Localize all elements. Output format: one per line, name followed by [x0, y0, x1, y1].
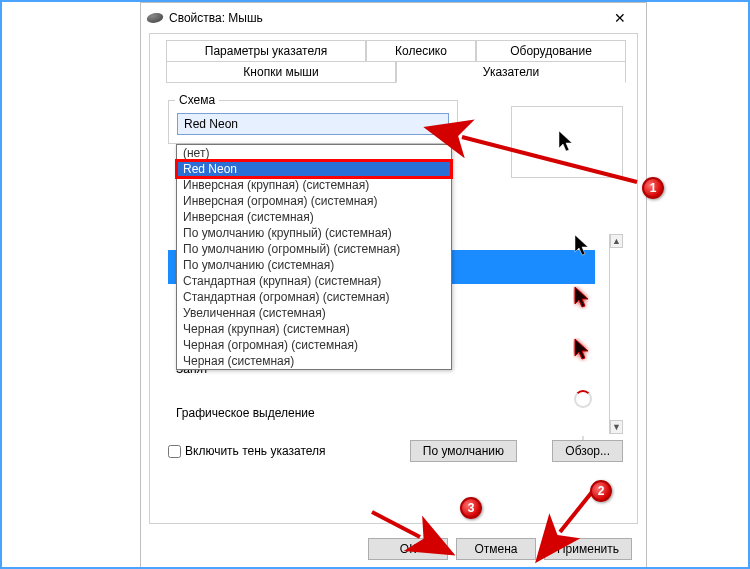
scheme-option[interactable]: Стандартная (крупная) (системная) [177, 273, 451, 289]
title-bar: Свойства: Мышь ✕ [141, 3, 646, 33]
tab-pointer-options[interactable]: Параметры указателя [166, 40, 366, 62]
browse-button[interactable]: Обзор... [552, 440, 623, 462]
dialog-button-row: ОК Отмена Применить [368, 538, 632, 560]
ok-button[interactable]: ОК [368, 538, 448, 560]
cursor-list-previews [569, 234, 597, 452]
window-title: Свойства: Мышь [169, 11, 600, 25]
callout-number: 3 [460, 497, 482, 519]
scheme-legend: Схема [175, 93, 219, 107]
tab-hardware[interactable]: Оборудование [476, 40, 626, 62]
screenshot-frame: Свойства: Мышь ✕ Параметры указателя Кол… [0, 0, 750, 569]
scheme-option[interactable]: По умолчанию (огромный) (системная) [177, 241, 451, 257]
scheme-option-selected[interactable]: Red Neon [177, 161, 451, 177]
cursor-preview-box [511, 106, 623, 178]
scheme-option[interactable]: Черная (крупная) (системная) [177, 321, 451, 337]
callout-2: 2 [590, 480, 612, 502]
tab-wheel[interactable]: Колесико [366, 40, 476, 62]
scroll-up-icon[interactable]: ▲ [610, 234, 623, 248]
cursor-list-scrollbar[interactable]: ▲ ▼ [609, 234, 623, 434]
tab-pointers[interactable]: Указатели [396, 61, 626, 83]
enable-shadow-label: Включить тень указателя [185, 444, 326, 458]
scheme-dropdown-list[interactable]: (нет) Red Neon Инверсная (крупная) (сист… [176, 144, 452, 370]
mouse-icon [145, 13, 165, 23]
enable-shadow-checkbox[interactable] [168, 445, 181, 458]
apply-button[interactable]: Применить [544, 538, 632, 560]
dialog-body: Параметры указателя Колесико Оборудовани… [149, 33, 638, 524]
scheme-option[interactable]: Инверсная (крупная) (системная) [177, 177, 451, 193]
cursor-preview-icon [557, 130, 577, 154]
chevron-down-icon: ⌄ [430, 117, 448, 131]
scheme-option[interactable]: Инверсная (огромная) (системная) [177, 193, 451, 209]
scheme-option[interactable]: Инверсная (системная) [177, 209, 451, 225]
cursor-arrow-red-icon [573, 286, 593, 310]
scheme-option[interactable]: По умолчанию (системная) [177, 257, 451, 273]
scheme-option[interactable]: Черная (системная) [177, 353, 451, 369]
tab-buttons[interactable]: Кнопки мыши [166, 61, 396, 83]
scheme-option[interactable]: (нет) [177, 145, 451, 161]
callout-number: 1 [642, 177, 664, 199]
scheme-option[interactable]: Стандартная (огромная) (системная) [177, 289, 451, 305]
callout-3: 3 [460, 497, 482, 519]
defaults-button[interactable]: По умолчанию [410, 440, 517, 462]
scheme-option[interactable]: По умолчанию (крупный) (системная) [177, 225, 451, 241]
scheme-option[interactable]: Увеличенная (системная) [177, 305, 451, 321]
scheme-selected-value: Red Neon [178, 117, 430, 131]
label-graphic-selection: Графическое выделение [176, 406, 315, 420]
tab-strip: Параметры указателя Колесико Оборудовани… [156, 40, 631, 84]
mouse-properties-window: Свойства: Мышь ✕ Параметры указателя Кол… [140, 2, 647, 569]
close-button[interactable]: ✕ [600, 10, 640, 26]
scroll-down-icon[interactable]: ▼ [610, 420, 623, 434]
cursor-busy-icon [574, 390, 592, 408]
scheme-group: Схема Red Neon ⌄ [168, 100, 458, 144]
scheme-option[interactable]: Черная (огромная) (системная) [177, 337, 451, 353]
cursor-arrow-icon [573, 234, 593, 258]
callout-1: 1 [642, 177, 664, 199]
enable-shadow-row: Включить тень указателя [168, 444, 326, 458]
cancel-button[interactable]: Отмена [456, 538, 536, 560]
callout-number: 2 [590, 480, 612, 502]
cursor-arrow-red-icon [573, 338, 593, 362]
scheme-combobox[interactable]: Red Neon ⌄ [177, 113, 449, 135]
